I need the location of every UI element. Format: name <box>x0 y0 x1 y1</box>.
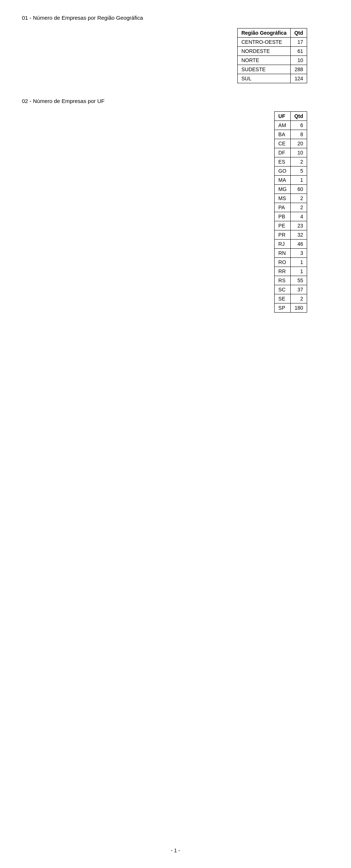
table-row: SP180 <box>275 303 307 313</box>
uf-cell: RJ <box>275 240 291 249</box>
table-row: BA8 <box>275 130 307 139</box>
qty-cell: 6 <box>290 121 307 130</box>
qty-cell: 17 <box>290 38 307 47</box>
uf-cell: RO <box>275 258 291 267</box>
uf-cell: RS <box>275 276 291 285</box>
uf-cell: PE <box>275 221 291 230</box>
qty-cell: 180 <box>290 303 307 313</box>
qty-cell: 3 <box>290 249 307 258</box>
table-row: RN3 <box>275 249 307 258</box>
uf-cell: SP <box>275 303 291 313</box>
table-row: RO1 <box>275 258 307 267</box>
qty-header-1: Qtd <box>290 28 307 38</box>
qty-cell: 8 <box>290 130 307 139</box>
uf-cell: ES <box>275 157 291 167</box>
table-row: SE2 <box>275 294 307 303</box>
page-number: - 1 - <box>171 848 180 853</box>
page-content: 01 - Número de Empresas por Região Geogr… <box>0 0 351 327</box>
qty-cell: 60 <box>290 185 307 194</box>
qty-cell: 124 <box>290 74 307 83</box>
table-row: GO5 <box>275 167 307 176</box>
qty-cell: 37 <box>290 285 307 294</box>
uf-cell: BA <box>275 130 291 139</box>
qty-cell: 1 <box>290 258 307 267</box>
table-row: MG60 <box>275 185 307 194</box>
uf-cell: PA <box>275 203 291 212</box>
uf-cell: SE <box>275 294 291 303</box>
table-row: CE20 <box>275 139 307 148</box>
uf-cell: MA <box>275 176 291 185</box>
qty-cell: 4 <box>290 212 307 221</box>
region-cell: CENTRO-OESTE <box>238 38 291 47</box>
region-cell: NORDESTE <box>238 47 291 56</box>
qty-cell: 32 <box>290 230 307 240</box>
region-cell: SUDESTE <box>238 65 291 74</box>
qty-cell: 5 <box>290 167 307 176</box>
table-row: MA1 <box>275 176 307 185</box>
uf-cell: MG <box>275 185 291 194</box>
table-row: MS2 <box>275 194 307 203</box>
table-row: RS55 <box>275 276 307 285</box>
table-row: SUL124 <box>238 74 307 83</box>
qty-cell: 1 <box>290 176 307 185</box>
qty-cell: 1 <box>290 267 307 276</box>
qty-cell: 2 <box>290 157 307 167</box>
table-row: AM6 <box>275 121 307 130</box>
uf-cell: DF <box>275 148 291 157</box>
uf-cell: CE <box>275 139 291 148</box>
uf-cell: RN <box>275 249 291 258</box>
table-row: PR32 <box>275 230 307 240</box>
section-01-title: 01 - Número de Empresas por Região Geogr… <box>22 15 329 21</box>
table-row: NORDESTE61 <box>238 47 307 56</box>
uf-cell: AM <box>275 121 291 130</box>
table-row: SC37 <box>275 285 307 294</box>
uf-table: UF Qtd AM6BA8CE20DF10ES2GO5MA1MG60MS2PA2… <box>274 111 307 313</box>
qty-cell: 20 <box>290 139 307 148</box>
qty-cell: 46 <box>290 240 307 249</box>
table-row: RJ46 <box>275 240 307 249</box>
table-row: PB4 <box>275 212 307 221</box>
region-header: Região Geográfica <box>238 28 291 38</box>
qty-cell: 23 <box>290 221 307 230</box>
qty-cell: 61 <box>290 47 307 56</box>
uf-cell: PB <box>275 212 291 221</box>
uf-cell: GO <box>275 167 291 176</box>
section-02-title: 02 - Número de Empresas por UF <box>22 98 329 104</box>
qty-cell: 2 <box>290 294 307 303</box>
region-cell: SUL <box>238 74 291 83</box>
uf-header: UF <box>275 112 291 121</box>
table-row: ES2 <box>275 157 307 167</box>
qty-header-2: Qtd <box>290 112 307 121</box>
qty-cell: 10 <box>290 148 307 157</box>
qty-cell: 2 <box>290 194 307 203</box>
qty-cell: 55 <box>290 276 307 285</box>
table-row: PA2 <box>275 203 307 212</box>
table-row: NORTE10 <box>238 56 307 65</box>
section-01: 01 - Número de Empresas por Região Geogr… <box>22 15 329 83</box>
qty-cell: 10 <box>290 56 307 65</box>
qty-cell: 288 <box>290 65 307 74</box>
table-row: DF10 <box>275 148 307 157</box>
table-row: SUDESTE288 <box>238 65 307 74</box>
uf-cell: RR <box>275 267 291 276</box>
table-row: CENTRO-OESTE17 <box>238 38 307 47</box>
region-cell: NORTE <box>238 56 291 65</box>
section-02: 02 - Número de Empresas por UF UF Qtd AM… <box>22 98 329 313</box>
table-row: RR1 <box>275 267 307 276</box>
qty-cell: 2 <box>290 203 307 212</box>
table-row: PE23 <box>275 221 307 230</box>
uf-cell: MS <box>275 194 291 203</box>
uf-cell: PR <box>275 230 291 240</box>
uf-cell: SC <box>275 285 291 294</box>
region-table: Região Geográfica Qtd CENTRO-OESTE17NORD… <box>237 28 307 83</box>
